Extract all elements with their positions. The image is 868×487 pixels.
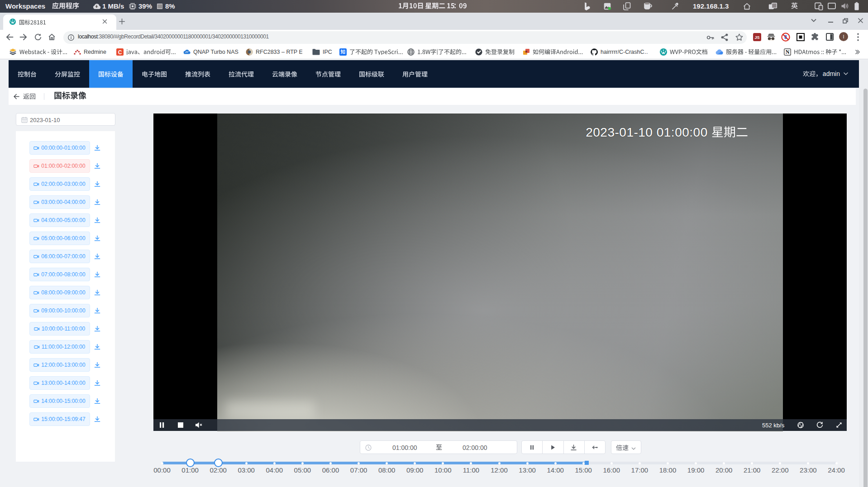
svg-text:I: I	[843, 34, 844, 39]
svg-text:JS: JS	[754, 35, 759, 40]
svg-text:N: N	[786, 49, 790, 55]
svg-text:C: C	[118, 49, 122, 56]
